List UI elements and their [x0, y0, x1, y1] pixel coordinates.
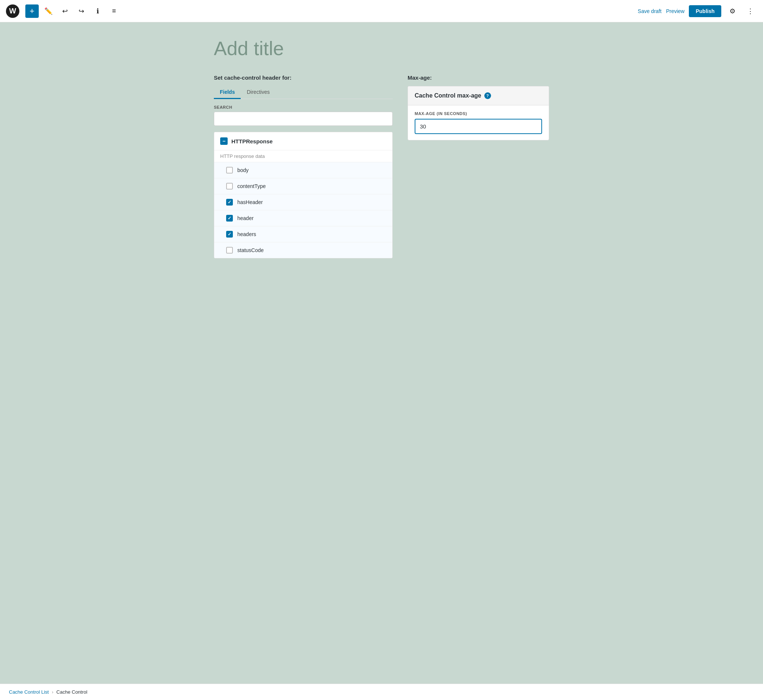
max-age-input[interactable]	[415, 119, 542, 134]
main-content: Add title Set cache-control header for: …	[0, 22, 763, 684]
field-name-header: header	[237, 215, 254, 221]
breadcrumb-current: Cache Control	[56, 689, 87, 695]
checkbox-header[interactable]	[226, 215, 233, 222]
field-group-header: − HTTPResponse	[214, 132, 392, 150]
topbar-right: Save draft Preview Publish ⚙ ⋮	[638, 5, 757, 18]
add-block-button[interactable]: +	[25, 5, 39, 18]
editor-area: Set cache-control header for: Fields Dir…	[214, 75, 549, 258]
undo-button[interactable]: ↩	[58, 5, 72, 18]
search-label: SEARCH	[214, 105, 393, 109]
title-area: Add title	[214, 37, 549, 59]
field-item: header	[214, 210, 392, 227]
field-name-body: body	[237, 167, 249, 173]
topbar: W + ✏️ ↩ ↪ ℹ ≡ Save draft Preview Publis…	[0, 0, 763, 22]
search-input[interactable]	[214, 112, 393, 126]
tabs: Fields Directives	[214, 86, 393, 99]
field-name-statuscode: statusCode	[237, 247, 264, 253]
save-draft-button[interactable]: Save draft	[638, 8, 662, 14]
left-panel: Set cache-control header for: Fields Dir…	[214, 75, 393, 258]
redo-button[interactable]: ↪	[75, 5, 88, 18]
checkbox-contenttype[interactable]	[226, 183, 233, 189]
breadcrumb: Cache Control List › Cache Control	[9, 689, 87, 695]
field-name-hasheader: hasHeader	[237, 199, 263, 205]
field-item: hasHeader	[214, 194, 392, 210]
max-age-card-title: Cache Control max-age	[415, 92, 481, 99]
breadcrumb-link-cache-control-list[interactable]: Cache Control List	[9, 689, 49, 695]
breadcrumb-separator: ›	[52, 689, 53, 695]
tab-directives[interactable]: Directives	[241, 86, 275, 99]
max-age-input-label: MAX-AGE (IN SECONDS)	[415, 111, 542, 116]
publish-button[interactable]: Publish	[689, 5, 721, 17]
info-button[interactable]: ℹ	[91, 5, 104, 18]
settings-button[interactable]: ⚙	[726, 5, 739, 18]
more-options-button[interactable]: ⋮	[744, 5, 757, 18]
list-view-button[interactable]: ≡	[107, 5, 121, 18]
field-name-headers: headers	[237, 231, 256, 237]
preview-button[interactable]: Preview	[666, 8, 685, 14]
checkbox-statuscode[interactable]	[226, 247, 233, 253]
collapse-group-button[interactable]: −	[220, 138, 228, 145]
title-placeholder[interactable]: Add title	[214, 37, 549, 59]
checkbox-body[interactable]	[226, 167, 233, 173]
footer: Cache Control List › Cache Control	[0, 684, 763, 700]
checkbox-headers[interactable]	[226, 231, 233, 238]
checkbox-hasheader[interactable]	[226, 199, 233, 206]
field-item: contentType	[214, 178, 392, 194]
help-icon[interactable]: ?	[484, 92, 491, 99]
group-name: HTTPResponse	[231, 138, 273, 144]
max-age-body: MAX-AGE (IN SECONDS)	[408, 105, 549, 140]
max-age-card-header: Cache Control max-age ?	[408, 86, 549, 105]
edit-mode-button[interactable]: ✏️	[42, 5, 55, 18]
max-age-section-label: Max-age:	[407, 75, 549, 81]
wp-logo: W	[6, 5, 19, 18]
field-name-contenttype: contentType	[237, 183, 266, 189]
field-item: body	[214, 162, 392, 178]
max-age-card: Cache Control max-age ? MAX-AGE (IN SECO…	[407, 86, 549, 141]
field-item: statusCode	[214, 242, 392, 258]
section-label: Set cache-control header for:	[214, 75, 393, 81]
tab-fields[interactable]: Fields	[214, 86, 241, 99]
field-item: headers	[214, 227, 392, 242]
field-list: − HTTPResponse HTTP response data body c…	[214, 132, 393, 258]
group-description: HTTP response data	[214, 150, 392, 162]
right-panel: Max-age: Cache Control max-age ? MAX-AGE…	[407, 75, 549, 141]
